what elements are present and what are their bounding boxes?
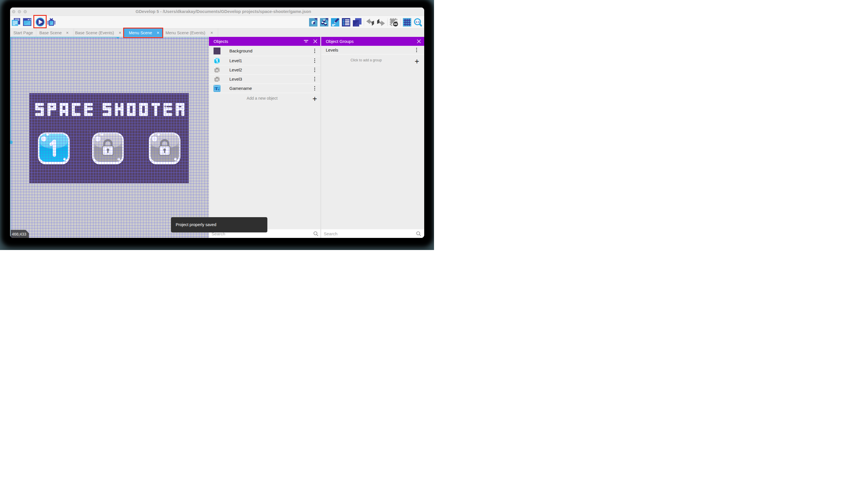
svg-text:x: x (218, 88, 219, 91)
svg-text:1:1: 1:1 (415, 20, 419, 23)
svg-text:T: T (215, 86, 218, 91)
